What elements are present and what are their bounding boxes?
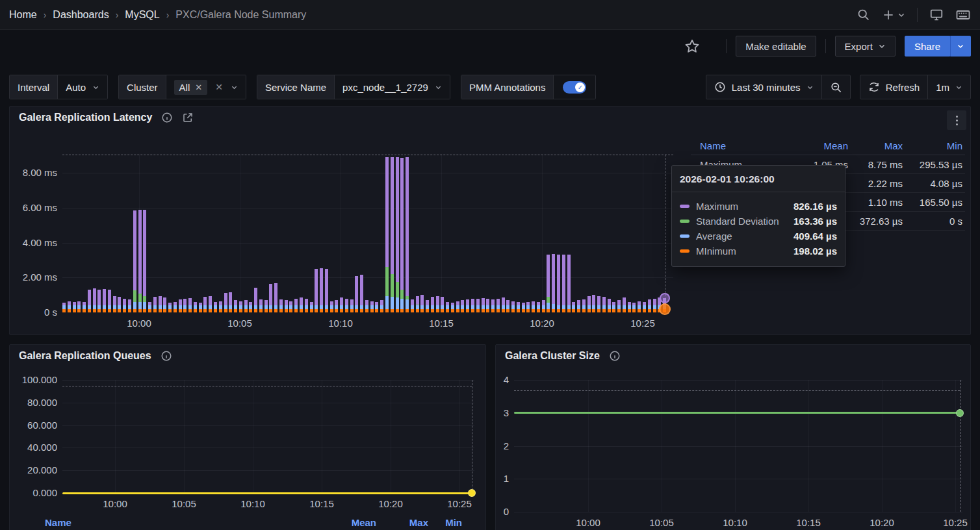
share-menu-button[interactable] xyxy=(950,36,971,57)
service-name-select[interactable]: pxc_node__1_2729 xyxy=(335,75,450,99)
gridline-vertical xyxy=(542,155,543,312)
breadcrumb-separator: › xyxy=(116,10,119,20)
latency-bar-segment xyxy=(159,309,162,312)
make-editable-button[interactable]: Make editable xyxy=(736,36,816,57)
x-tick-label: 10:10 xyxy=(712,517,758,528)
cluster-plot[interactable] xyxy=(514,380,962,512)
cluster-select[interactable]: All ✕ ✕ xyxy=(166,75,246,99)
x-tick-label: 10:00 xyxy=(116,318,162,329)
tooltip-series-rows: Maximum826.16 µsStandard Deviation163.36… xyxy=(672,199,845,259)
search-icon[interactable] xyxy=(857,8,870,21)
latency-bar-segment xyxy=(441,309,444,312)
latency-bar-segment xyxy=(345,309,348,312)
legend-cell: 1.10 ms xyxy=(848,197,903,208)
time-range-picker[interactable]: Last 30 minutes xyxy=(706,75,821,99)
tooltip-series-row: Standard Deviation163.36 µs xyxy=(672,214,845,229)
latency-bar-segment xyxy=(380,309,383,312)
legend-header-mean[interactable]: Mean xyxy=(780,140,848,151)
service-name-control: Service Name pxc_node__1_2729 xyxy=(257,75,450,99)
refresh-interval-select[interactable]: 1m xyxy=(927,75,970,99)
filter-bar: Interval Auto Cluster All ✕ ✕ Service Na… xyxy=(9,73,971,101)
toggle-check-icon: ✓ xyxy=(575,82,585,92)
info-icon[interactable] xyxy=(161,350,172,362)
gridline-horizontal xyxy=(62,380,474,381)
latency-bar-segment xyxy=(239,309,242,312)
kiosk-mode-icon[interactable] xyxy=(929,8,944,22)
series-color-pill xyxy=(680,205,690,208)
y-tick-label: 80.000 xyxy=(10,397,57,408)
queues-plot[interactable] xyxy=(62,380,474,493)
keyboard-shortcuts-icon[interactable] xyxy=(955,7,971,23)
chevron-down-icon xyxy=(92,84,99,91)
zoom-out-icon xyxy=(830,81,842,94)
queues-legend-header-min[interactable]: Min xyxy=(428,517,476,528)
x-tick-label: 10:15 xyxy=(419,318,464,329)
favorite-star-icon[interactable] xyxy=(684,38,700,54)
legend-header-min[interactable]: Min xyxy=(903,140,965,151)
latency-bar-segment xyxy=(249,309,252,312)
info-icon[interactable] xyxy=(161,112,173,123)
pmm-annotations-toggle[interactable]: ✓ xyxy=(563,81,586,94)
queues-legend-header-max[interactable]: Max xyxy=(376,517,428,528)
cluster-chip-label: All xyxy=(179,82,190,93)
latency-bar-segment xyxy=(557,255,560,312)
latency-plot[interactable] xyxy=(62,155,673,312)
y-tick-label: 40.000 xyxy=(10,442,57,453)
legend-cell: 165.50 µs xyxy=(903,197,965,208)
interval-select[interactable]: Auto xyxy=(58,75,107,99)
latency-bar-segment xyxy=(305,309,308,312)
x-tick-label: 10:00 xyxy=(565,517,611,528)
panel-galera-replication-queues: Galera Replication Queues 10:0010:0510:1… xyxy=(9,344,486,530)
latency-bar-segment xyxy=(83,309,86,312)
latency-bar-segment xyxy=(340,309,343,312)
service-name-value: pxc_node__1_2729 xyxy=(342,82,428,93)
info-icon[interactable] xyxy=(609,350,621,362)
latency-bar-segment xyxy=(148,309,151,312)
panel-menu-kebab-icon[interactable] xyxy=(947,110,966,130)
latency-bar-segment xyxy=(517,309,520,312)
latency-bar-segment xyxy=(526,309,530,312)
add-menu-button[interactable] xyxy=(882,8,905,21)
latency-bar-segment xyxy=(461,309,464,312)
export-label: Export xyxy=(845,41,873,52)
x-tick-label: 10:25 xyxy=(620,318,665,329)
legend-cell: 2.22 ms xyxy=(848,178,903,189)
breadcrumb-separator: › xyxy=(44,10,47,20)
latency-bar-segment xyxy=(294,309,298,312)
gridline-horizontal xyxy=(62,173,673,173)
x-tick-label: 10:20 xyxy=(859,517,905,528)
chip-remove-icon[interactable]: ✕ xyxy=(195,82,202,92)
share-button[interactable]: Share xyxy=(905,36,950,57)
breadcrumb-item-home[interactable]: Home xyxy=(9,9,37,21)
export-button[interactable]: Export xyxy=(835,36,896,57)
latency-bar-segment xyxy=(355,309,358,312)
gridline-vertical xyxy=(240,155,240,312)
gridline-vertical xyxy=(253,380,253,493)
latency-bar-segment xyxy=(456,309,459,312)
legend-header-name[interactable]: Name xyxy=(691,140,780,151)
gridline-vertical xyxy=(322,380,322,493)
breadcrumb-item-dashboards[interactable]: Dashboards xyxy=(53,9,109,21)
divider xyxy=(726,39,727,53)
breadcrumb-item-mysql[interactable]: MySQL xyxy=(125,9,159,21)
cluster-chip-all[interactable]: All ✕ xyxy=(174,80,208,95)
latency-bar-segment xyxy=(375,309,378,312)
latency-bar-segment xyxy=(279,309,283,312)
y-tick-label: 6.00 ms xyxy=(10,202,57,213)
series-color-pill xyxy=(680,249,690,253)
queues-legend-header-mean[interactable]: Mean xyxy=(318,517,376,528)
latency-bar-segment xyxy=(411,309,414,312)
chevron-down-icon xyxy=(806,84,814,91)
y-tick-label: 4 xyxy=(482,374,509,385)
legend-header-max[interactable]: Max xyxy=(848,140,903,151)
queues-legend-header-name[interactable]: Name xyxy=(19,517,318,528)
queues-legend-header: NameMeanMaxMin xyxy=(19,512,476,530)
latency-bar-segment xyxy=(199,309,202,312)
latency-bar-segment xyxy=(194,309,197,312)
x-tick-label: 10:15 xyxy=(299,498,344,509)
x-tick-label: 10:00 xyxy=(92,498,138,509)
external-link-icon[interactable] xyxy=(182,112,194,123)
clear-selection-icon[interactable]: ✕ xyxy=(214,82,224,92)
refresh-button[interactable]: Refresh xyxy=(860,75,928,99)
zoom-out-button[interactable] xyxy=(821,75,850,99)
